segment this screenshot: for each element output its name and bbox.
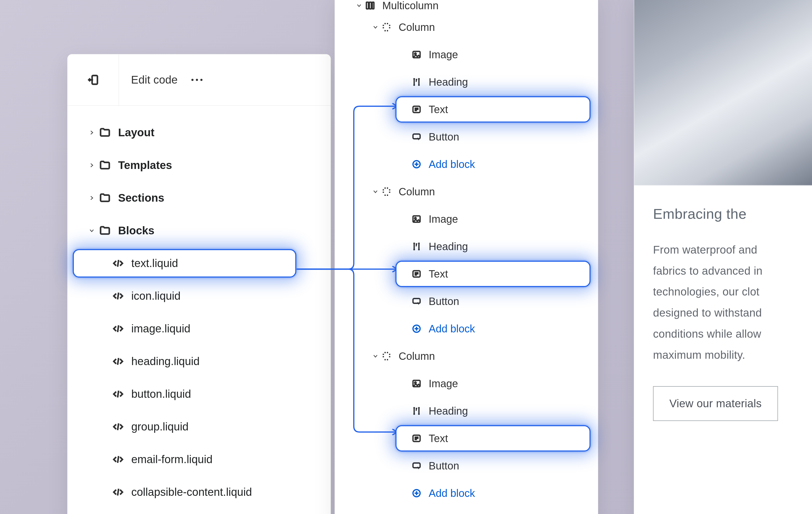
heading-icon [411,241,422,252]
file-tree: Layout Templates Sections [67,106,330,509]
block-label: Heading [429,405,468,417]
add-block-label: Add block [429,323,475,335]
code-icon [112,388,124,400]
file-image-liquid[interactable]: image.liquid [67,312,330,345]
folder-blocks[interactable]: Blocks [67,214,330,247]
button-icon [411,296,422,307]
preview-line: conditions while allow [653,324,812,344]
folder-icon [99,225,111,237]
folder-layout[interactable]: Layout [67,116,330,149]
file-label: email-form.liquid [131,453,212,466]
folder-templates[interactable]: Templates [67,149,330,182]
chevron-right-icon [84,195,99,201]
block-button[interactable]: Button [335,452,598,480]
block-label: Heading [429,241,468,252]
section-icon [365,0,375,11]
chevron-down-icon [353,3,365,8]
preview-cta-button[interactable]: View our materials [653,386,778,421]
folder-label: Sections [118,192,164,204]
block-text[interactable]: Text [335,260,598,288]
more-menu-button[interactable] [188,75,206,84]
heading-icon [411,77,422,87]
preview-line: maximum mobility. [653,344,812,366]
file-collapsible-content-liquid[interactable]: collapsible-content.liquid [67,476,330,509]
block-heading[interactable]: Heading [335,233,598,260]
file-label: icon.liquid [131,290,181,302]
code-icon [112,356,124,367]
block-button[interactable]: Button [335,288,598,315]
exit-icon [87,74,99,86]
add-section-button[interactable]: Add section [335,507,598,514]
section-label: Multicolumn [382,0,438,11]
folder-label: Blocks [118,224,154,237]
svg-rect-17 [413,463,420,468]
add-block-label: Add block [429,158,475,170]
block-label: Text [429,268,448,280]
add-block-button[interactable]: Add block [335,315,598,342]
code-icon [112,290,124,302]
block-label: Button [429,296,459,307]
block-image[interactable]: Image [335,41,598,68]
svg-rect-7 [413,134,420,139]
add-block-button[interactable]: Add block [335,151,598,178]
plus-circle-icon [411,488,422,498]
code-editor-panel: Edit code Layout [67,54,331,514]
column-3[interactable]: Column [335,342,598,370]
preview-line: From waterproof and [653,239,812,261]
text-icon [411,433,422,444]
column-2[interactable]: Column [335,178,598,205]
folder-icon [99,127,111,139]
code-editor-header: Edit code [67,54,330,106]
preview-body-text: From waterproof and fabrics to advanced … [653,239,812,366]
block-heading[interactable]: Heading [335,68,598,96]
file-icon-liquid[interactable]: icon.liquid [67,280,330,312]
file-text-liquid[interactable]: text.liquid [67,247,330,280]
column-icon [381,22,392,32]
plus-circle-icon [411,324,422,334]
image-icon [411,49,422,60]
add-block-button[interactable]: Add block [335,480,598,507]
block-heading[interactable]: Heading [335,397,598,425]
block-image[interactable]: Image [335,205,598,233]
column-icon [381,186,392,197]
chevron-down-icon [370,24,381,30]
file-group-liquid[interactable]: group.liquid [67,411,330,443]
image-icon [411,378,422,389]
preview-cta-label: View our materials [669,397,762,410]
folder-sections[interactable]: Sections [67,182,330,214]
block-label: Heading [429,76,468,88]
block-text[interactable]: Text [335,96,598,123]
preview-line: technologies, our clot [653,281,812,302]
file-label: heading.liquid [131,355,200,368]
exit-button[interactable] [67,54,119,105]
chevron-right-icon [84,130,99,135]
image-icon [411,214,422,224]
block-label: Image [429,378,458,390]
chevron-down-icon [84,228,99,234]
file-label: collapsible-content.liquid [131,486,252,498]
file-button-liquid[interactable]: button.liquid [67,378,330,411]
chevron-right-icon [84,162,99,168]
column-1[interactable]: Column [335,13,598,41]
button-icon [411,131,422,142]
code-icon [112,454,124,465]
file-email-form-liquid[interactable]: email-form.liquid [67,443,330,476]
preview-heading: Embracing the [653,205,812,222]
block-label: Text [429,103,448,116]
preview-line: fabrics to advanced in [653,261,812,281]
block-label: Image [429,213,458,225]
svg-rect-2 [369,2,372,9]
block-button[interactable]: Button [335,123,598,151]
preview-image [634,0,812,185]
block-text[interactable]: Text [335,425,598,452]
section-multicolumn[interactable]: Multicolumn [335,0,598,13]
block-image[interactable]: Image [335,370,598,397]
section-tree: Multicolumn Column Image Heading Text [335,0,598,514]
column-label: Column [399,21,435,33]
preview-line: designed to withstand [653,302,812,324]
svg-rect-3 [372,2,374,9]
column-label: Column [399,186,435,198]
file-heading-liquid[interactable]: heading.liquid [67,345,330,378]
folder-icon [99,192,111,204]
button-icon [411,460,422,471]
